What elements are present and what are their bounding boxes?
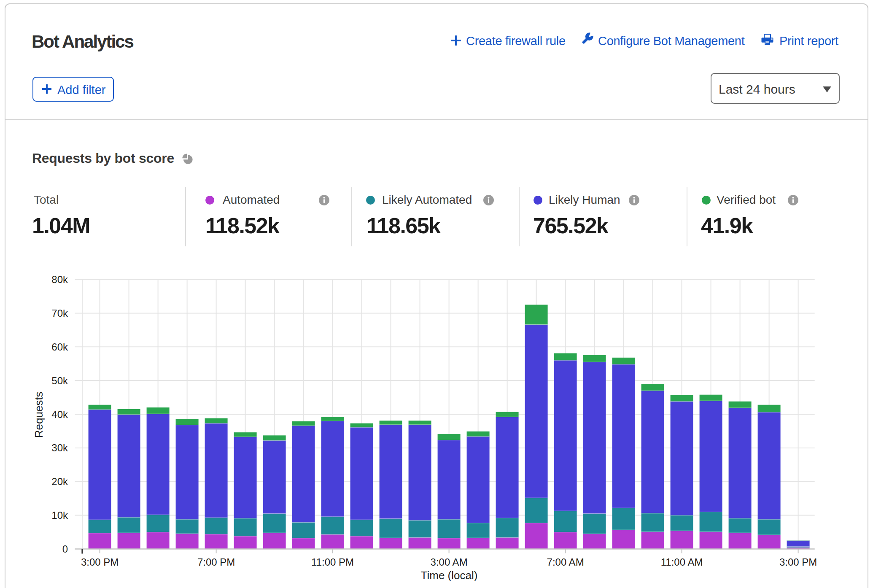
svg-text:7:00 AM: 7:00 AM: [547, 556, 584, 568]
svg-text:20k: 20k: [51, 476, 68, 487]
svg-text:11:00 AM: 11:00 AM: [661, 556, 703, 568]
svg-text:Time (local): Time (local): [421, 569, 478, 582]
svg-text:60k: 60k: [51, 341, 68, 353]
svg-text:7:00 PM: 7:00 PM: [197, 556, 235, 568]
svg-text:10k: 10k: [51, 510, 68, 521]
svg-text:40k: 40k: [51, 409, 68, 420]
svg-text:11:00 PM: 11:00 PM: [311, 556, 354, 568]
svg-text:3:00 PM: 3:00 PM: [81, 556, 119, 568]
svg-text:0: 0: [62, 543, 68, 555]
svg-text:Requests: Requests: [33, 391, 46, 438]
svg-text:3:00 AM: 3:00 AM: [431, 556, 468, 568]
svg-text:50k: 50k: [51, 375, 68, 386]
svg-text:80k: 80k: [51, 274, 68, 285]
svg-text:3:00 PM: 3:00 PM: [779, 556, 817, 568]
svg-text:30k: 30k: [51, 442, 68, 453]
svg-text:70k: 70k: [51, 307, 68, 319]
